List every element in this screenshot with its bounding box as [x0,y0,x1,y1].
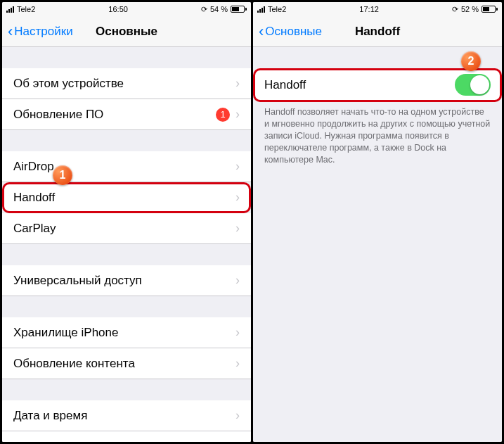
nav-bar: ‹ Настройки Основные [2,16,251,47]
chevron-right-icon: › [235,356,240,371]
screen-general: Tele2 16:50 ⟳ 54 % ‹ Настройки Основные … [2,2,251,442]
row-date-time[interactable]: Дата и время › [2,400,251,431]
row-software-update[interactable]: Обновление ПО 1 › [2,99,251,130]
battery-percent: 52 % [461,5,479,13]
row-label: Обновление контента [13,357,235,371]
carrier-label: Tele2 [17,5,35,13]
battery-percent: 54 % [210,5,228,13]
step-indicator-1: 1 [53,165,72,185]
row-handoff[interactable]: Handoff › [2,182,251,213]
status-left: Tele2 [257,5,286,13]
chevron-left-icon: ‹ [8,23,13,41]
page-title: Основные [96,25,157,39]
row-handoff-toggle[interactable]: Handoff [253,68,502,102]
chevron-right-icon: › [235,408,240,423]
row-label: Handoff [264,78,455,92]
row-label: CarPlay [13,222,235,236]
chevron-right-icon: › [235,273,240,288]
handoff-description: Handoff позволяет начать что-то на одном… [253,102,502,170]
row-keyboard[interactable]: Клавиатура › [2,431,251,442]
row-label: Об этом устройстве [13,77,235,91]
toggle-knob [470,75,489,94]
row-accessibility[interactable]: Универсальный доступ › [2,265,251,296]
chevron-right-icon: › [235,440,240,443]
carrier-label: Tele2 [268,5,286,13]
row-airdrop[interactable]: AirDrop › 1 [2,151,251,182]
row-about[interactable]: Об этом устройстве › [2,68,251,99]
chevron-right-icon: › [235,325,240,340]
row-background-refresh[interactable]: Обновление контента › [2,348,251,379]
status-bar: Tele2 16:50 ⟳ 54 % [2,2,251,16]
status-time: 17:12 [359,5,379,13]
status-bar: Tele2 17:12 ⟳ 52 % [253,2,502,16]
back-label: Настройки [14,25,72,39]
signal-icon [6,6,14,13]
rotation-lock-icon: ⟳ [201,5,207,14]
chevron-left-icon: ‹ [259,23,264,41]
chevron-right-icon: › [235,107,240,122]
status-right: ⟳ 52 % [452,5,498,14]
rotation-lock-icon: ⟳ [452,5,458,14]
status-time: 16:50 [108,5,128,13]
row-label: Обновление ПО [13,108,216,122]
row-storage[interactable]: Хранилище iPhone › [2,317,251,348]
nav-bar: ‹ Основные Handoff [253,16,502,47]
chevron-right-icon: › [235,159,240,174]
row-label: Хранилище iPhone [13,326,235,340]
settings-list: Об этом устройстве › Обновление ПО 1 › A… [2,47,251,442]
screen-handoff: Tele2 17:12 ⟳ 52 % ‹ Основные Handoff 2 … [253,2,502,442]
row-label: Универсальный доступ [13,274,235,288]
chevron-right-icon: › [235,76,240,91]
page-title: Handoff [355,25,400,39]
update-badge: 1 [216,108,230,122]
chevron-right-icon: › [235,190,240,205]
battery-icon [482,6,498,13]
back-label: Основные [265,25,322,39]
back-button[interactable]: ‹ Основные [259,23,322,41]
step-indicator-2: 2 [461,51,481,71]
chevron-right-icon: › [235,221,240,236]
row-label: AirDrop [13,160,235,174]
row-label: Handoff [13,191,235,205]
battery-icon [231,6,247,13]
signal-icon [257,6,265,13]
handoff-toggle[interactable] [455,74,491,96]
row-carplay[interactable]: CarPlay › [2,213,251,244]
handoff-list: 2 Handoff Handoff позволяет начать что-т… [253,47,502,442]
row-label: Клавиатура [13,440,235,442]
back-button[interactable]: ‹ Настройки [8,23,73,41]
status-left: Tele2 [6,5,35,13]
status-right: ⟳ 54 % [201,5,247,14]
row-label: Дата и время [13,409,235,423]
